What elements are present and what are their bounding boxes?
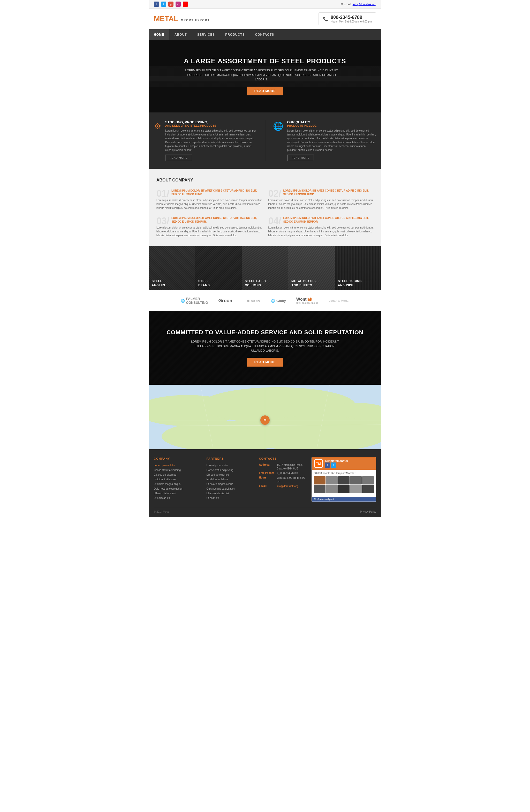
site-header: METAL IMPORT EXPORT 📞 800-2345-6789 Hour… [149, 9, 381, 29]
sw-photo-3 [338, 476, 350, 484]
product-steel-tubing[interactable]: STEEL TUBINGAND PIPE [335, 246, 381, 290]
footer-company-item-6: Ullamco laboris nisi [154, 491, 200, 496]
nav-contacts[interactable]: CONTACTS [250, 29, 279, 40]
feature-divider [265, 120, 265, 161]
svg-text:TM: TM [316, 462, 321, 466]
hero-cta-button[interactable]: READ MORE [247, 87, 283, 96]
phone-hours: Hours: Mon-Sat 8:00 am to 8:00 pm [331, 20, 372, 23]
partner-discov: ·· discov [243, 299, 261, 303]
product-label-4: METAL PLATESAND SHEETS [288, 276, 319, 290]
about-item-1-text: Lorem ipsum dolor sit amet conse ctetur … [156, 198, 262, 210]
sw-tw-icon[interactable]: t [331, 463, 336, 468]
product-steel-beams[interactable]: STEELBEAMS [195, 246, 242, 290]
social-widget: TM TemplateMonster f t 60 000 people lik… [312, 457, 376, 502]
partner-name-3: discov [247, 299, 261, 303]
feature-1-readmore[interactable]: READ MORE [165, 155, 192, 161]
partner-icon-4: 🌐 [271, 299, 275, 303]
rss-icon[interactable]: r [183, 2, 188, 7]
partner-dots-icon: ·· [243, 299, 246, 303]
partner-name-4: Globy [276, 299, 286, 303]
social-icons[interactable]: f t g in r [154, 2, 188, 7]
nav-home[interactable]: HOME [149, 29, 169, 40]
sw-brand-name: TemplateMonster [325, 459, 348, 463]
footer-hours-label: Hours: [259, 476, 275, 479]
feature-1-subtitle: AND DELIVERING STEEL PRODUCTS [165, 124, 257, 127]
about-item-4: 04/ LOREM IPSUM DOLOR SIT AMET CONSE CTE… [268, 216, 374, 237]
facebook-icon[interactable]: f [154, 2, 159, 7]
partner-icon-1: 🌐 [181, 299, 185, 303]
footer-contacts-col: CONTACTS Address: 45/17 Mammina Road, Gl… [259, 457, 305, 502]
logo[interactable]: METAL IMPORT EXPORT [154, 15, 210, 23]
cta-button[interactable]: READ MORE [247, 358, 283, 366]
footer-partner-item-1: Lorem ipsum dolor [206, 463, 252, 468]
about-num-2: 02/ [268, 189, 281, 198]
about-item-2: 02/ LOREM IPSUM DOLOR SIT AMET CONSE CTE… [268, 189, 374, 210]
footer-company-title: COMPANY [154, 457, 200, 460]
product-steel-angles[interactable]: STEELANGLES [149, 246, 195, 290]
main-nav: HOME ABOUT SERVICES PRODUCTS CONTACTS [149, 29, 381, 40]
sw-footer-text: Sponsored post [317, 498, 334, 501]
about-item-1-title: LOREM IPSUM DOLOR SIT AMET CONSE CTETUR … [156, 189, 262, 196]
about-item-4-text: Lorem ipsum dolor sit amet conse ctetur … [268, 226, 374, 237]
sw-photo-1 [314, 476, 326, 484]
footer-company-item-4: Ut dolore magna aliqua [154, 482, 200, 487]
footer-email-link[interactable]: info@domslink.org [277, 485, 298, 488]
footer-email-row: e-Mail: info@domslink.org [259, 484, 305, 488]
partner-name-6: Logan & Morr... [329, 299, 349, 302]
partner-name-5: Wontiak [296, 297, 312, 302]
sw-photo-8 [338, 485, 350, 493]
partner-palmer: 🌐 PALMERCONSULTING [181, 297, 208, 305]
feature-2-title: OUR QUALITY [287, 120, 376, 124]
footer-company-link[interactable]: Lorem ipsum dolor [154, 463, 200, 468]
map-pin[interactable]: M [260, 416, 270, 425]
map-section: M [149, 385, 381, 449]
footer-phone-value: 📞 800-2345-6789 [277, 472, 298, 475]
twitter-icon[interactable]: t [161, 2, 166, 7]
sw-header: TM TemplateMonster f t [312, 457, 376, 470]
email-label: ✉ Email: [341, 3, 353, 6]
footer-partner-item-2: Conse ctetur adipiscing [206, 468, 252, 473]
top-bar: f t g in r ✉ Email: info@domslink.org [149, 0, 381, 9]
sw-footer-icon: 🔍 [314, 498, 317, 501]
about-num-3: 03/ [156, 216, 169, 226]
nav-about[interactable]: ABOUT [169, 29, 192, 40]
sw-fb-icon[interactable]: f [325, 463, 330, 468]
footer-partner-item-3: Elit sed do eiusmod [206, 473, 252, 477]
features-section: ⚙ STOCKING, PROCESSING, AND DELIVERING S… [149, 113, 381, 169]
logo-metal: METAL [154, 15, 178, 23]
partner-name-2: Groon [218, 298, 232, 304]
footer-social-col: TM TemplateMonster f t 60 000 people lik… [312, 457, 376, 502]
googleplus-icon[interactable]: g [168, 2, 173, 7]
logo-sub: IMPORT EXPORT [180, 19, 210, 22]
product-steel-lally[interactable]: STEEL LALLYCOLUMNS [242, 246, 288, 290]
product-label-1: STEELANGLES [149, 276, 168, 290]
footer-company-col: COMPANY Lorem ipsum dolor Conse ctetur a… [154, 457, 200, 502]
about-num-4: 04/ [268, 216, 281, 226]
product-label-2: STEELBEAMS [195, 276, 213, 290]
about-item-3-text: Lorem ipsum dolor sit amet conse ctetur … [156, 226, 262, 237]
about-item-1: 01/ LOREM IPSUM DOLOR SIT AMET CONSE CTE… [156, 189, 262, 210]
nav-products[interactable]: PRODUCTS [220, 29, 250, 40]
sw-social-icons[interactable]: f t [325, 463, 348, 468]
nav-services[interactable]: SERVICES [192, 29, 220, 40]
cta-title: COMMITTED TO VALUE-ADDED SERVICE AND SOL… [167, 329, 363, 336]
email-link[interactable]: info@domslink.org [353, 3, 376, 6]
phone-number: 800-2345-6789 [331, 15, 372, 20]
feature-1-text: Lorem ipsum dolor sit amet conse ctetur … [165, 129, 257, 152]
footer-grid: COMPANY Lorem ipsum dolor Conse ctetur a… [154, 457, 376, 502]
copyright-text: © 2014 Metal [154, 510, 169, 513]
instagram-icon[interactable]: in [175, 2, 181, 7]
feature-2-text: Lorem ipsum dolor sit amet conse ctetur … [287, 129, 376, 152]
feature-item-2: 🌐 OUR QUALITY PRODUCTS INCLUDE Lorem ips… [273, 120, 376, 161]
feature-2-readmore[interactable]: READ MORE [287, 155, 314, 161]
cta-description: LOREM IPSUM DOLOR SIT AMET CONSE CTETUR … [190, 339, 340, 353]
footer-hours-value: Mon-Sat 8:00 am to 8:00 pm [277, 476, 305, 483]
footer-company-item-2: Elit sed do eiusmod [154, 473, 200, 477]
footer-email-label: e-Mail: [259, 484, 275, 487]
product-metal-plates[interactable]: METAL PLATESAND SHEETS [288, 246, 335, 290]
map-background: M [149, 385, 381, 449]
privacy-link[interactable]: Privacy Policy [360, 510, 376, 513]
footer: COMPANY Lorem ipsum dolor Conse ctetur a… [149, 449, 381, 517]
about-title: ABOUT COMPANY [156, 178, 374, 183]
partner-groon: Groon [218, 298, 232, 304]
